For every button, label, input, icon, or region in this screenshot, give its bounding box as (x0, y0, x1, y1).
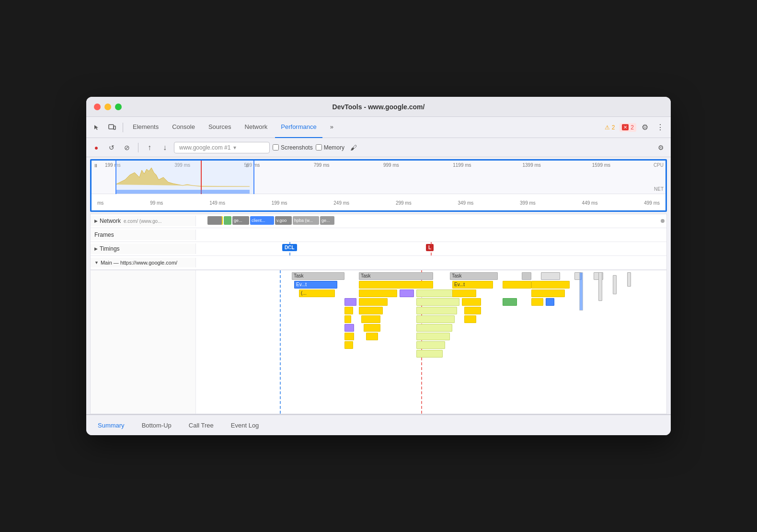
task-yellow-4[interactable] (452, 289, 476, 297)
timeline-overview-top: ⏸ ⏸ 199 ms 399 ms 599 ms 799 ms 999 ms 1… (92, 161, 665, 194)
dcl-dashed-line (289, 242, 290, 255)
task-yellow-3[interactable] (359, 289, 397, 297)
task-yellow-1[interactable] (359, 281, 433, 289)
task-lime-5[interactable] (416, 324, 452, 332)
task-green-1[interactable] (503, 298, 517, 306)
memory-checkbox[interactable]: Memory (316, 144, 344, 151)
task-lime-3[interactable] (416, 307, 457, 314)
flame-label-col (91, 270, 196, 414)
task-thin-gray3[interactable] (627, 272, 631, 287)
task-block-small-1[interactable] (522, 272, 531, 280)
tab-performance[interactable]: Performance (275, 117, 322, 138)
task-lime-1[interactable] (416, 289, 455, 297)
task-thin-gray2[interactable] (613, 275, 617, 294)
task-y-small-2[interactable] (359, 307, 383, 314)
settings-icon[interactable]: ⚙ (638, 121, 652, 134)
net-chip-vgoo: v.goo (275, 216, 292, 225)
perf-settings-icon[interactable]: ⚙ (654, 141, 667, 154)
tab-more[interactable]: » (324, 117, 339, 138)
task-y-right3[interactable] (531, 298, 543, 306)
network-label: ▶ Network e.com/ (www.go... (91, 216, 196, 226)
tab-network[interactable]: Network (239, 117, 274, 138)
task-y-right2[interactable] (531, 289, 565, 297)
task-paren[interactable]: (... (299, 289, 335, 297)
screenshots-checkbox[interactable]: Screenshots (273, 144, 313, 151)
task-y-small-3[interactable] (464, 307, 481, 314)
task-block-3[interactable]: Task (450, 272, 498, 280)
bottom-tabs: Summary Bottom-Up Call Tree Event Log (86, 414, 671, 435)
maximize-button[interactable] (115, 104, 122, 110)
tab-bottom-up[interactable]: Bottom-Up (134, 415, 179, 435)
task-purple-2[interactable] (344, 298, 356, 306)
frames-label: Frames (91, 230, 196, 240)
tab-event-log[interactable]: Event Log (223, 415, 267, 435)
task-y-small-1[interactable] (344, 307, 353, 314)
timings-expand-icon[interactable]: ▶ (94, 246, 98, 251)
task-y-s1[interactable] (344, 315, 351, 323)
url-text: www.google.com #1 (179, 144, 230, 151)
task-yellow-2[interactable] (503, 281, 531, 289)
task-yellow-6[interactable] (462, 298, 481, 306)
svg-rect-0 (109, 125, 114, 129)
net-chip-ge: ge... (232, 216, 249, 225)
cursor-icon[interactable] (90, 121, 103, 134)
minimize-button[interactable] (104, 104, 111, 110)
task-y-r6[interactable] (364, 324, 380, 332)
main-content (196, 256, 666, 269)
timeline-overview[interactable]: ⏸ ⏸ 199 ms 399 ms 599 ms 799 ms 999 ms 1… (90, 159, 667, 212)
net-chip-hpba: hpba (w... (293, 216, 319, 225)
task-y-r7b[interactable] (366, 333, 378, 340)
cpu-label: CPU (654, 162, 664, 168)
network-row: ▶ Network e.com/ (www.go... ge... client… (91, 214, 666, 228)
task-y-right1[interactable] (531, 281, 570, 289)
main-collapse-icon[interactable]: ▼ (94, 260, 99, 265)
devtools-window: DevTools - www.google.com/ Elements Cons… (86, 97, 671, 435)
task-lime-4[interactable] (416, 315, 455, 323)
tab-call-tree[interactable]: Call Tree (181, 415, 221, 435)
task-lime-2[interactable] (416, 298, 459, 306)
tab-summary[interactable]: Summary (90, 415, 132, 435)
task-block-small-2[interactable] (541, 272, 560, 280)
record-button[interactable]: ● (90, 141, 103, 154)
close-button[interactable] (94, 104, 101, 110)
tab-console[interactable]: Console (166, 117, 201, 138)
task-pur-1[interactable] (344, 324, 354, 332)
download-button[interactable]: ↓ (159, 141, 171, 154)
task-yellow-5[interactable] (359, 298, 388, 306)
network-expand-icon[interactable]: ▶ (94, 219, 98, 223)
flame-chart-area: Task Task Task Ev...t Ev...t (... (90, 270, 667, 414)
task-block-1[interactable]: Task (292, 272, 344, 280)
task-lime-7[interactable] (416, 341, 445, 349)
tab-elements[interactable]: Elements (127, 117, 164, 138)
tab-sources[interactable]: Sources (203, 117, 237, 138)
task-event-1[interactable]: Ev...t (294, 281, 337, 289)
device-icon[interactable] (105, 121, 119, 134)
task-y-r8a[interactable] (344, 341, 353, 349)
task-event-2[interactable]: Ev...t (452, 281, 493, 289)
task-lime-8[interactable] (416, 350, 443, 358)
svg-rect-1 (114, 126, 115, 129)
more-options-icon[interactable]: ⋮ (654, 121, 667, 134)
brush-icon[interactable]: 🖌 (350, 144, 357, 151)
main-label: ▼ Main — https://www.google.com/ (91, 258, 196, 267)
main-row: ▼ Main — https://www.google.com/ (91, 256, 666, 270)
error-badge: ✕ 2 (619, 123, 636, 132)
task-y-s3[interactable] (464, 315, 476, 323)
task-block-2[interactable]: Task (359, 272, 433, 280)
upload-button[interactable]: ↑ (143, 141, 156, 154)
task-thin-blue[interactable] (579, 272, 583, 311)
task-b-right1[interactable] (546, 298, 554, 306)
task-lime-6[interactable] (416, 333, 450, 340)
clear-button[interactable]: ⊘ (121, 141, 133, 154)
task-purple-1[interactable] (400, 289, 414, 297)
perf-divider-1 (138, 143, 138, 152)
timeline-overview-bottom: ms 99 ms 149 ms 199 ms 249 ms 299 ms 349… (92, 194, 665, 211)
net-chip-ge2: ge... (320, 216, 334, 225)
l-marker[interactable]: L (426, 244, 434, 251)
task-thin-gray[interactable] (598, 272, 602, 301)
net-chip-1 (207, 216, 222, 225)
l-dashed-line (431, 242, 432, 255)
reload-button[interactable]: ↺ (105, 141, 118, 154)
task-y-s2[interactable] (361, 315, 380, 323)
task-y-r7a[interactable] (344, 333, 354, 340)
